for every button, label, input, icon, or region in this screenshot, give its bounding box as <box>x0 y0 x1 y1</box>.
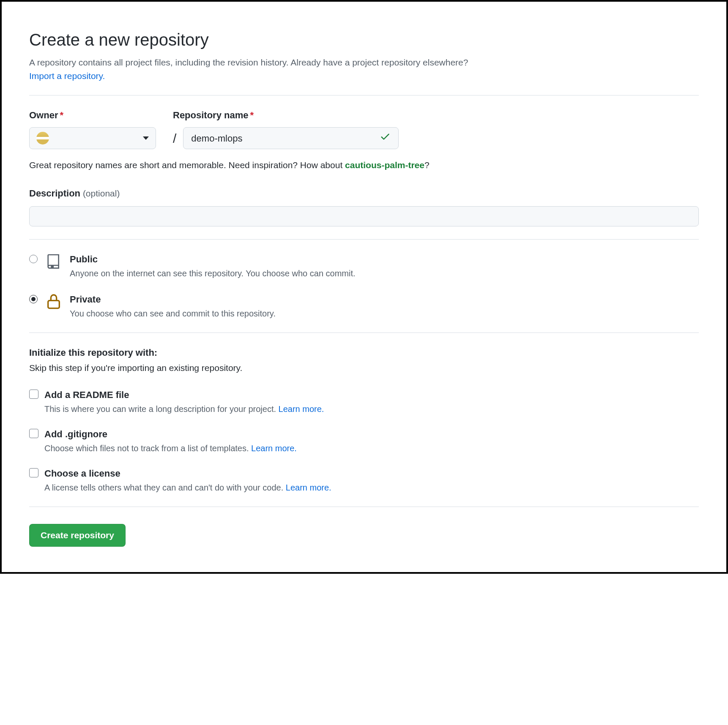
divider <box>29 333 699 333</box>
description-input[interactable] <box>29 206 699 226</box>
divider <box>29 239 699 240</box>
private-radio[interactable] <box>29 295 38 303</box>
readme-learn-more-link[interactable]: Learn more. <box>279 404 324 414</box>
check-icon <box>380 131 391 146</box>
public-desc: Anyone on the internet can see this repo… <box>70 267 356 280</box>
readme-desc: This is where you can write a long descr… <box>44 403 324 415</box>
avatar-icon <box>36 132 49 144</box>
gitignore-title: Add .gitignore <box>44 427 297 441</box>
import-repository-link[interactable]: Import a repository. <box>29 71 105 81</box>
public-radio[interactable] <box>29 255 38 263</box>
slash-separator: / <box>173 129 176 148</box>
page-subtitle: A repository contains all project files,… <box>29 56 699 69</box>
private-desc: You choose who can see and commit to thi… <box>70 307 276 320</box>
license-learn-more-link[interactable]: Learn more. <box>286 483 331 492</box>
page-title: Create a new repository <box>29 27 699 52</box>
private-title: Private <box>70 292 276 306</box>
public-title: Public <box>70 252 356 266</box>
divider <box>29 95 699 95</box>
create-repository-button[interactable]: Create repository <box>29 524 126 547</box>
license-desc: A license tells others what they can and… <box>44 481 331 494</box>
gitignore-checkbox[interactable] <box>29 429 38 438</box>
readme-title: Add a README file <box>44 388 324 402</box>
repo-name-hint: Great repository names are short and mem… <box>29 158 699 172</box>
owner-label: Owner* <box>29 108 156 122</box>
license-title: Choose a license <box>44 466 331 480</box>
repository-name-input[interactable]: demo-mlops <box>183 127 399 149</box>
gitignore-desc: Choose which files not to track from a l… <box>44 442 297 455</box>
chevron-down-icon <box>143 136 149 140</box>
repository-name-label: Repository name* <box>173 108 399 122</box>
svg-rect-0 <box>48 300 60 308</box>
readme-checkbox[interactable] <box>29 390 38 399</box>
initialize-subtext: Skip this step if you're importing an ex… <box>29 361 699 375</box>
gitignore-learn-more-link[interactable]: Learn more. <box>251 444 297 453</box>
repo-icon <box>45 252 62 270</box>
description-label: Description (optional) <box>29 186 699 200</box>
owner-select[interactable] <box>29 127 156 149</box>
suggestion-link[interactable]: cautious-palm-tree <box>345 160 424 170</box>
divider <box>29 507 699 507</box>
initialize-heading: Initialize this repository with: <box>29 346 699 360</box>
license-checkbox[interactable] <box>29 468 38 477</box>
lock-icon <box>45 292 62 310</box>
